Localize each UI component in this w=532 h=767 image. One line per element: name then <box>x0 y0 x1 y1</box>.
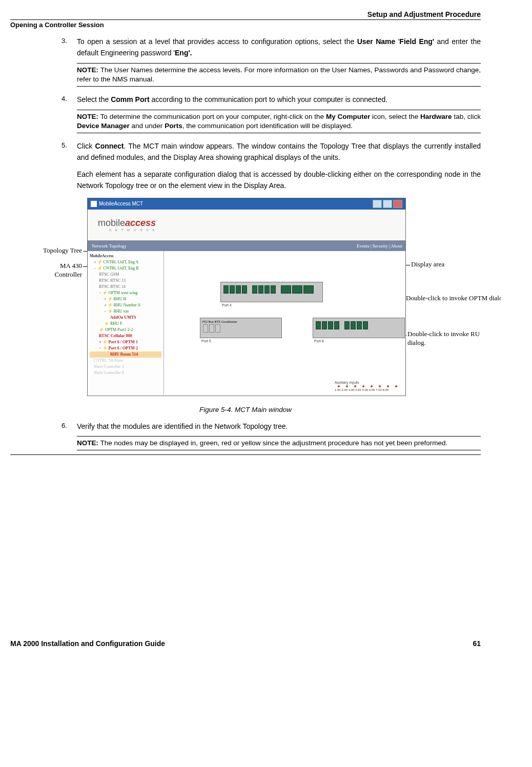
note-1: NOTE: The User Names determine the acces… <box>77 63 481 87</box>
rack-label: Port 5 <box>201 339 211 343</box>
topology-tree[interactable]: MobileAccess + ⚡ CNTRL UnIT, Eng A − ⚡ C… <box>88 251 164 395</box>
header-rule <box>10 19 481 20</box>
footer: MA 2000 Installation and Configuration G… <box>10 639 481 648</box>
tree-item[interactable]: CNTRL 7th Floor <box>90 358 161 364</box>
t: OPTM Port1 2-2 <box>105 327 133 332</box>
tree-item[interactable]: − ⚡ Port 6 / OPTM 2 <box>90 345 161 351</box>
tree-item[interactable]: + ⚡ CNTRL UnIT, Eng A <box>90 259 161 265</box>
window-titlebar[interactable]: MobileAccess MCT <box>88 198 405 210</box>
screenshot: MobileAccess MCT mobileaccess N E T W O … <box>87 198 406 396</box>
t: OPTM west wing <box>109 291 138 295</box>
tree-item[interactable]: BTSC BTSC 13 <box>90 278 161 284</box>
rack-label: Port 8 <box>314 339 324 343</box>
step-5-num: 5. <box>62 140 77 163</box>
tree-item[interactable]: + ⚡ Port 6 / OPTM 1 <box>90 339 161 345</box>
tree-item[interactable]: BTSC Cellular 800 <box>90 333 161 339</box>
tree-item[interactable]: BTSC BTSC 14 <box>90 284 161 290</box>
t: icon, select the <box>370 113 420 120</box>
rack-port5[interactable]: PCI Bus BTS Conditioner Port 5 <box>200 318 282 338</box>
note-3: NOTE: The nodes may be displayed in, gre… <box>77 436 481 450</box>
t: Select the <box>77 95 111 103</box>
note-label: NOTE: <box>77 113 98 120</box>
logo: mobileaccess <box>98 218 156 229</box>
note-text: The User Names determine the access leve… <box>77 66 481 83</box>
t: Click <box>77 142 95 150</box>
callout-optm: Double-click to invoke OPTM dialog. <box>406 294 501 303</box>
t: To determine the communication port on y… <box>98 113 326 120</box>
t: MA 430 <box>60 262 82 270</box>
tree-item[interactable]: ⚡ OPTM Port1 2-2 <box>90 327 161 333</box>
tree-item[interactable]: − ⚡ RHU ron <box>90 308 161 315</box>
tree-item[interactable]: Slave Controller 8 <box>90 370 161 376</box>
header-left: Opening a Controller Session <box>10 21 481 29</box>
tree-item[interactable]: − ⚡ CNTRL UnIT, Eng B <box>90 265 161 272</box>
step-3-text: To open a session at a level that provid… <box>77 36 481 59</box>
t: Controller <box>55 271 82 278</box>
header-right: Setup and Adjustment Procedure <box>10 10 481 18</box>
rack-port4[interactable]: Port 4 <box>220 282 323 302</box>
step-5-text: Click Connect. The MCT main window appea… <box>77 140 481 163</box>
logo-sub: N E T W O R K S <box>98 229 156 232</box>
callout-ma430: MA 430 Controller <box>10 262 82 279</box>
t: mobile <box>98 218 125 228</box>
note-label: NOTE: <box>77 66 98 74</box>
aux-inputs: Auxiliary Inputs 1.00 2.00 3.00 4.00 5.0… <box>335 381 400 391</box>
rack-port8[interactable]: Port 8 <box>313 318 405 338</box>
t: CNTRL UnIT, Eng A <box>104 260 139 264</box>
main-area: MobileAccess + ⚡ CNTRL UnIT, Eng A − ⚡ C… <box>88 251 405 395</box>
rack-label: Port 4 <box>222 303 232 307</box>
bts-label: PCI Bus BTS Conditioner <box>202 320 279 323</box>
tree-item[interactable]: AddOn UMTS <box>90 315 161 321</box>
step-6-num: 6. <box>62 421 77 432</box>
brand-area: mobileaccess N E T W O R K S <box>88 210 405 241</box>
t: Comm Port <box>111 95 151 103</box>
step-4-text: Select the Comm Port according to the co… <box>77 94 481 105</box>
section-bar: Network Topology Events | Security | Abo… <box>88 241 405 251</box>
t: PCI Bus <box>202 320 214 323</box>
close-icon[interactable] <box>393 200 402 208</box>
app-icon <box>91 201 97 207</box>
window-title: MobileAccess MCT <box>99 201 143 206</box>
maximize-icon[interactable] <box>383 200 392 208</box>
tree-item[interactable]: ⚡ RHU F <box>90 321 161 327</box>
callout-topology: Topology Tree <box>10 246 82 255</box>
t: BTS Conditioner <box>215 320 237 323</box>
t: Port 6 / OPTM 2 <box>109 346 138 350</box>
t: RHU H <box>114 297 127 301</box>
topology-label: Network Topology <box>88 243 127 248</box>
step-6-text: Verify that the modules are identified i… <box>77 421 481 432</box>
footer-title: MA 2000 Installation and Configuration G… <box>10 639 165 648</box>
t: My Computer <box>326 113 370 120</box>
callout-ru: Double-click to invoke RU dialog. <box>407 330 500 347</box>
figure-wrap: Topology Tree MA 430 Controller Display … <box>10 198 481 403</box>
t: RHU ron <box>114 309 129 314</box>
tree-item[interactable]: RHU Room 514 <box>90 351 161 358</box>
t: Ports <box>165 122 182 130</box>
display-area[interactable]: Port 4 PCI Bus BTS Conditioner Port 5 Po… <box>164 251 405 395</box>
tree-item[interactable]: + ⚡ RHU Number A <box>90 302 161 308</box>
t: Eng'. <box>175 49 192 57</box>
step-6: 6. Verify that the modules are identifie… <box>62 421 481 432</box>
tree-item[interactable]: BTSC GSM <box>90 272 161 278</box>
tree-item[interactable]: Slave Controller 4 <box>90 364 161 370</box>
t: User Name <box>357 37 396 46</box>
step-5: 5. Click Connect. The MCT main window ap… <box>62 140 481 163</box>
t: To open a session at a level that provid… <box>77 37 357 46</box>
t: 1.00 2.00 3.00 4.00 5.00 6.00 7.00 8.00 <box>335 388 388 391</box>
tree-item[interactable]: + ⚡ RHU H <box>90 296 161 302</box>
step-4: 4. Select the Comm Port according to the… <box>62 94 481 105</box>
t: Port 6 / OPTM 1 <box>109 340 138 344</box>
t: RHU Number A <box>114 303 140 307</box>
tree-item[interactable]: − ⚡ OPTM west wing <box>90 290 161 296</box>
tree-root[interactable]: MobileAccess <box>90 253 161 259</box>
t: RHU F <box>110 321 122 326</box>
step-4-num: 4. <box>62 94 77 105</box>
t: Connect <box>95 142 124 150</box>
t: and under <box>130 122 165 130</box>
figure-caption: Figure 5-4. MCT Main window <box>10 406 481 413</box>
page-number: 61 <box>473 639 481 648</box>
footer-rule <box>10 454 481 455</box>
minimize-icon[interactable] <box>373 200 382 208</box>
t: access <box>125 218 156 228</box>
tabs[interactable]: Events | Security | About <box>357 243 405 248</box>
